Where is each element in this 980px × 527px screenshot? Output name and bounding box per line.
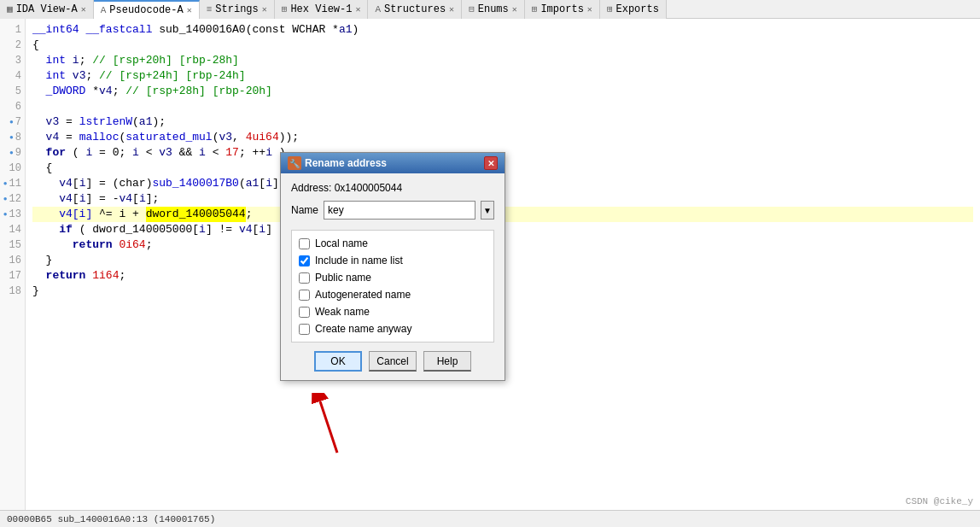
line-number-18: 18	[0, 284, 25, 299]
line-number-4: 4	[0, 68, 25, 84]
line-number-12: 12	[0, 191, 25, 207]
line-number-1: 1	[0, 22, 25, 38]
help-button[interactable]: Help	[423, 351, 471, 372]
dialog-title: Rename address	[305, 157, 387, 169]
dialog-option-label-1: Include in name list	[315, 255, 403, 266]
status-bar: 00000B65 sub_1400016A0:13 (140001765)	[0, 510, 980, 527]
dialog-name-input[interactable]	[324, 201, 475, 220]
tab-close-enums[interactable]: ✕	[512, 4, 517, 15]
dialog-option-label-3: Autogenerated name	[315, 289, 411, 301]
line-number-10: 10	[0, 161, 25, 176]
dialog-option-label-5: Create name anyway	[315, 323, 411, 335]
ok-button[interactable]: OK	[314, 351, 362, 372]
rename-dialog[interactable]: 🔧 Rename address ✕ Address: 0x1400005044…	[280, 152, 505, 381]
dialog-titlebar-left: 🔧 Rename address	[288, 156, 387, 170]
tab-close-hex[interactable]: ✕	[355, 4, 360, 15]
code-line-3: int i; // [rsp+20h] [rbp-28h]	[32, 53, 973, 68]
dialog-buttons: OK Cancel Help	[291, 351, 494, 372]
tab-icon-ida: ▦	[7, 3, 13, 15]
tab-strings[interactable]: ≡ Strings ✕	[200, 0, 275, 19]
line-number-17: 17	[0, 268, 25, 284]
dialog-option-checkbox-5[interactable]	[299, 324, 310, 335]
dialog-option-3[interactable]: Autogenerated name	[299, 289, 487, 301]
line-number-9: 9	[0, 145, 25, 161]
cancel-button[interactable]: Cancel	[369, 351, 417, 372]
line-number-15: 15	[0, 237, 25, 253]
tab-hex-view-1[interactable]: ⊞ Hex View-1 ✕	[275, 0, 369, 19]
tab-icon-enums: ⊟	[469, 3, 475, 15]
code-line-1: __int64 __fastcall sub_1400016A0(const W…	[32, 22, 973, 38]
tab-icon-hex: ⊞	[282, 3, 288, 15]
tab-pseudocode-a[interactable]: A Pseudocode-A ✕	[94, 0, 200, 19]
dialog-titlebar: 🔧 Rename address ✕	[281, 153, 505, 173]
code-line-8: v4 = malloc(saturated_mul(v3, 4ui64));	[32, 130, 973, 145]
dialog-option-5[interactable]: Create name anyway	[299, 323, 487, 335]
line-number-7: 7	[0, 114, 25, 130]
dialog-option-label-4: Weak name	[315, 306, 370, 318]
dialog-option-2[interactable]: Public name	[299, 272, 487, 284]
dialog-name-row: Name ▼	[291, 201, 494, 220]
line-number-8: 8	[0, 130, 25, 145]
tab-close-strings[interactable]: ✕	[262, 4, 267, 15]
code-line-4: int v3; // [rsp+24h] [rbp-24h]	[32, 68, 973, 84]
tab-exports[interactable]: ⊞ Exports	[600, 0, 667, 19]
line-number-3: 3	[0, 53, 25, 68]
dialog-option-checkbox-2[interactable]	[299, 272, 310, 284]
dialog-address: Address: 0x1400005044	[291, 182, 494, 194]
dialog-option-label-0: Local name	[315, 237, 368, 249]
code-line-5: _DWORD *v4; // [rsp+28h] [rbp-20h]	[32, 84, 973, 99]
dialog-option-4[interactable]: Weak name	[299, 306, 487, 318]
tab-imports[interactable]: ⊞ Imports ✕	[525, 0, 600, 19]
tab-close-pseudo[interactable]: ✕	[187, 5, 192, 15]
status-left: 00000B65 sub_1400016A0:13 (140001765)	[7, 514, 215, 524]
line-number-13: 13	[0, 207, 25, 222]
line-number-14: 14	[0, 222, 25, 237]
tab-icon-struct: A	[375, 4, 381, 15]
tab-icon-pseudo: A	[101, 5, 107, 15]
dialog-option-1[interactable]: Include in name list	[299, 255, 487, 266]
dialog-option-0[interactable]: Local name	[299, 237, 487, 249]
csdn-watermark: CSDN @cike_y	[906, 496, 973, 507]
dialog-icon: 🔧	[288, 156, 301, 170]
code-line-7: v3 = lstrlenW(a1);	[32, 114, 973, 130]
tab-close-imports[interactable]: ✕	[587, 4, 592, 15]
tab-icon-strings: ≡	[207, 4, 213, 15]
line-number-5: 5	[0, 84, 25, 99]
dialog-name-label: Name	[291, 204, 318, 216]
line-number-6: 6	[0, 99, 25, 114]
line-number-16: 16	[0, 253, 25, 268]
tab-bar: ▦ IDA View-A ✕ A Pseudocode-A ✕ ≡ String…	[0, 0, 980, 19]
tab-structures[interactable]: A Structures ✕	[368, 0, 462, 19]
dialog-name-dropdown[interactable]: ▼	[481, 201, 494, 220]
tab-icon-imports: ⊞	[532, 3, 538, 15]
code-line-6	[32, 99, 973, 114]
tab-enums[interactable]: ⊟ Enums ✕	[462, 0, 525, 19]
dialog-body: Address: 0x1400005044 Name ▼ Local nameI…	[281, 173, 505, 380]
tab-close-struct[interactable]: ✕	[449, 4, 454, 15]
dialog-option-checkbox-3[interactable]	[299, 290, 310, 301]
arrow-indicator	[312, 393, 363, 465]
dialog-option-checkbox-4[interactable]	[299, 307, 310, 318]
dialog-option-checkbox-0[interactable]	[299, 238, 310, 249]
dialog-option-label-2: Public name	[315, 272, 371, 284]
line-number-2: 2	[0, 38, 25, 53]
dialog-options: Local nameInclude in name listPublic nam…	[291, 230, 494, 343]
dialog-close-button[interactable]: ✕	[484, 156, 498, 170]
tab-ida-view-a[interactable]: ▦ IDA View-A ✕	[0, 0, 94, 19]
tab-icon-exports: ⊞	[607, 3, 613, 15]
tab-close-ida[interactable]: ✕	[81, 4, 86, 15]
line-number-11: 11	[0, 176, 25, 191]
line-numbers: 123456789101112131415161718	[0, 19, 26, 510]
code-line-2: {	[32, 38, 973, 53]
dialog-option-checkbox-1[interactable]	[299, 255, 310, 266]
